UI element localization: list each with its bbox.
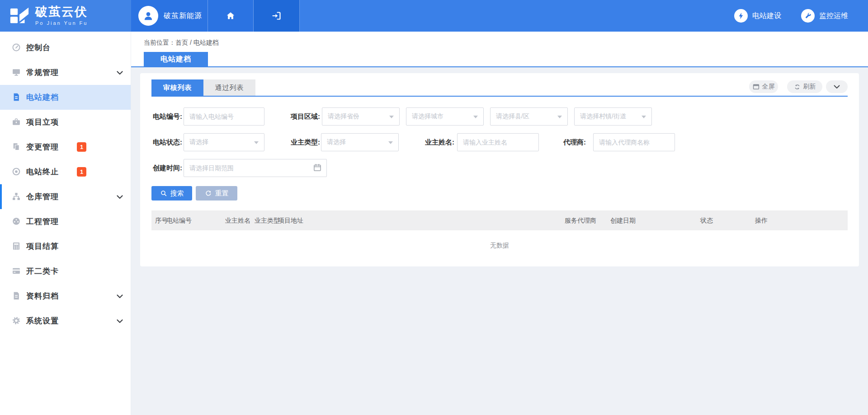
filter-region: 项目区域: 请选择省份 请选择城市 请选择县/区 请选择村镇/街道 — [288, 107, 652, 126]
sidebar-item-project-settlement[interactable]: 项目结算 — [0, 234, 131, 259]
town-select[interactable]: 请选择村镇/街道 — [574, 107, 652, 126]
home-button[interactable] — [208, 0, 254, 32]
user-icon — [142, 10, 154, 22]
caret-down-icon — [557, 116, 562, 121]
brand-text: 破茧云伏 Po Jian Yun Fu — [35, 6, 88, 26]
sidebar-item-general-mgmt[interactable]: 常规管理 — [0, 60, 131, 85]
badge-count: 1 — [77, 167, 86, 177]
calculator-icon — [12, 242, 21, 251]
column-service-agent: 服务代理商 — [565, 217, 596, 225]
county-select[interactable]: 请选择县/区 — [490, 107, 568, 126]
owner-type-select[interactable]: 请选择 — [321, 133, 399, 151]
document-icon — [12, 93, 21, 102]
card-toolbar: 全屏 刷新 — [749, 80, 848, 93]
province-select[interactable]: 请选择省份 — [322, 107, 400, 126]
lightning-icon — [734, 9, 748, 23]
column-create-date: 创建日期 — [610, 217, 636, 225]
module-label: 电站建设 — [752, 11, 781, 21]
filter-agent: 代理商: — [560, 133, 675, 151]
breadcrumb: 当前位置：首页 / 电站建档 — [144, 39, 219, 47]
sidebar-item-data-archive[interactable]: 资料归档 — [0, 284, 131, 308]
refresh-icon — [794, 84, 801, 90]
brand-logo: 破茧云伏 Po Jian Yun Fu — [0, 0, 131, 32]
card-tabs: 审核列表 通过列表 全屏 — [151, 73, 848, 97]
breadcrumb-home-link[interactable]: 首页 — [175, 39, 188, 46]
column-index: 序号 — [155, 217, 168, 225]
copy-icon — [12, 142, 21, 151]
sitemap-icon — [12, 192, 21, 201]
module-monitor-ops[interactable]: 监控运维 — [801, 0, 848, 32]
bank-card-icon — [12, 266, 21, 275]
app-window: 破茧云伏 Po Jian Yun Fu 破茧新能源 — [0, 0, 868, 415]
filter-owner-type: 业主类型: 请选择 — [288, 133, 399, 151]
sidebar-item-warehouse-mgmt[interactable]: 仓库管理 — [0, 184, 131, 209]
sidebar-item-station-filing[interactable]: 电站建档 — [0, 85, 131, 110]
sidebar-item-type2-card[interactable]: 开二类卡 — [0, 259, 131, 284]
wrench-icon — [801, 9, 815, 23]
column-owner-name: 业主姓名 — [225, 217, 250, 225]
breadcrumb-current: 电站建档 — [193, 39, 219, 46]
module-station-build[interactable]: 电站建设 — [734, 0, 781, 32]
sidebar-item-engineering-mgmt[interactable]: 工程管理 — [0, 209, 131, 234]
filter-station-status: 电站状态: 请选择 — [151, 133, 264, 151]
file-icon — [12, 291, 21, 300]
agent-input[interactable] — [593, 133, 675, 151]
logout-button[interactable] — [254, 0, 300, 32]
column-station-no: 电站编号 — [166, 217, 192, 225]
owner-name-input[interactable] — [457, 133, 539, 151]
station-status-select[interactable]: 请选择 — [184, 133, 264, 151]
date-range-input[interactable] — [184, 159, 327, 177]
brand-name: 破茧云伏 — [35, 6, 88, 18]
sidebar: 控制台 常规管理 电站建档 — [0, 32, 131, 415]
tab-review-list[interactable]: 审核列表 — [151, 79, 203, 96]
tab-passed-list[interactable]: 通过列表 — [203, 79, 255, 96]
date-range-picker[interactable] — [184, 159, 327, 177]
column-owner-type: 业主类型 — [255, 217, 280, 225]
chevron-down-icon — [117, 195, 123, 199]
filter-create-time: 创建时间: — [151, 159, 327, 177]
search-icon — [160, 190, 167, 197]
filter-row-1: 电站编号: 项目区域: 请选择省份 请选择城市 请选择县/区 — [151, 107, 848, 126]
home-icon — [226, 11, 236, 21]
nav-spacer — [300, 0, 734, 32]
reset-button[interactable]: 重置 — [196, 186, 237, 201]
filter-station-no: 电站编号: — [151, 107, 264, 126]
gauge-icon — [12, 43, 21, 52]
city-select[interactable]: 请选择城市 — [406, 107, 484, 126]
sidebar-item-station-termination[interactable]: 电站终止 1 — [0, 159, 131, 184]
sign-in-icon — [271, 10, 282, 21]
sidebar-item-project-initiation[interactable]: 项目立项 — [0, 110, 131, 135]
chevron-down-icon — [117, 319, 123, 323]
breadcrumb-separator: / — [190, 39, 192, 46]
brand-subtitle: Po Jian Yun Fu — [35, 20, 88, 26]
page-tab-station-filing[interactable]: 电站建档 — [144, 52, 208, 66]
caret-down-icon — [473, 116, 478, 121]
filter-row-3: 创建时间: — [151, 159, 848, 177]
avatar — [138, 6, 158, 26]
dashboard-icon — [12, 217, 21, 226]
monitor-icon — [12, 68, 21, 77]
refresh-button[interactable]: 刷新 — [787, 80, 822, 93]
chevron-down-icon — [834, 85, 840, 89]
filter-owner-name: 业主姓名: — [425, 133, 539, 151]
sidebar-item-console[interactable]: 控制台 — [0, 35, 131, 60]
search-button[interactable]: 搜索 — [151, 186, 192, 201]
column-status: 状态 — [700, 217, 713, 225]
top-bar: 破茧云伏 Po Jian Yun Fu 破茧新能源 — [0, 0, 868, 32]
sidebar-item-system-settings[interactable]: 系统设置 — [0, 308, 131, 333]
station-no-input[interactable] — [184, 107, 264, 126]
fullscreen-button[interactable]: 全屏 — [749, 80, 778, 93]
module-label: 监控运维 — [819, 11, 848, 21]
chevron-down-icon — [117, 294, 123, 298]
company-name: 破茧新能源 — [164, 11, 202, 21]
empty-state-text: 无数据 — [151, 234, 848, 256]
badge-count: 1 — [77, 142, 86, 152]
record-circle-icon — [12, 167, 21, 176]
collapse-toolbar-button[interactable] — [826, 80, 848, 93]
column-project-address: 项目地址 — [278, 217, 303, 225]
sidebar-item-change-mgmt[interactable]: 变更管理 1 — [0, 135, 131, 159]
main-area: 当前位置：首页 / 电站建档 电站建档 审核列表 通过列表 全屏 — [131, 32, 868, 415]
user-cell[interactable]: 破茧新能源 — [131, 0, 208, 32]
reset-icon — [205, 190, 212, 197]
filter-row-2: 电站状态: 请选择 业主类型: 请选择 业主姓名: — [151, 133, 848, 151]
